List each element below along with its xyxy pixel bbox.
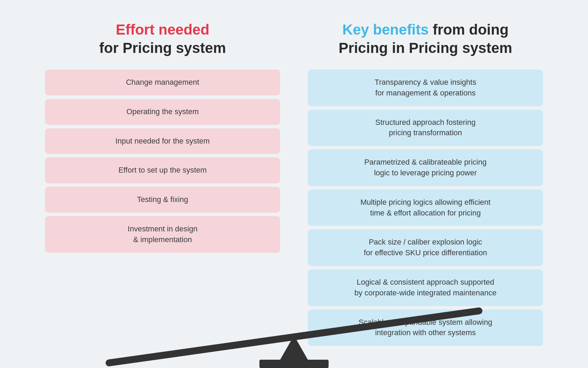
left-card-2: Input needed for the system [45, 128, 280, 154]
left-card-4: Testing & fixing [45, 187, 280, 213]
right-card-2: Parametrized & calibrateable pricing log… [308, 149, 543, 186]
right-card-3: Multiple pricing logics allowing efficie… [308, 190, 543, 226]
left-card-1: Operating the system [45, 99, 280, 125]
left-card-0: Change management [45, 70, 280, 95]
left-title-black: for Pricing system [99, 40, 226, 56]
scale-wrapper [86, 313, 502, 368]
left-title-red: Effort needed [116, 21, 210, 38]
right-card-1: Structured approach fostering pricing tr… [308, 110, 543, 146]
right-title-benefits: benefits [369, 21, 429, 38]
right-card-5: Logical & consistent approach supported … [308, 269, 543, 306]
right-title-line2: Pricing in Pricing system [339, 40, 512, 56]
right-column: Key benefits from doing Pricing in Prici… [308, 21, 543, 346]
left-cards-list: Change managementOperating the systemInp… [45, 70, 280, 253]
right-title-from: from doing [429, 21, 508, 38]
right-cards-list: Transparency & value insights for manage… [308, 70, 543, 346]
right-title-key: Key [342, 21, 369, 38]
main-container: Effort needed for Pricing system Change … [0, 0, 588, 346]
left-card-3: Effort to set up the system [45, 157, 280, 183]
scale-fulcrum-base [259, 360, 329, 368]
left-column: Effort needed for Pricing system Change … [45, 21, 280, 253]
scale-fulcrum [259, 335, 329, 368]
right-card-0: Transparency & value insights for manage… [308, 70, 543, 106]
right-card-4: Pack size / caliber explosion logic for … [308, 229, 543, 266]
left-title: Effort needed for Pricing system [99, 21, 226, 57]
scale-fulcrum-top [280, 335, 308, 360]
left-card-5: Investment in design & implementation [45, 216, 280, 253]
right-title: Key benefits from doing Pricing in Prici… [339, 21, 512, 57]
